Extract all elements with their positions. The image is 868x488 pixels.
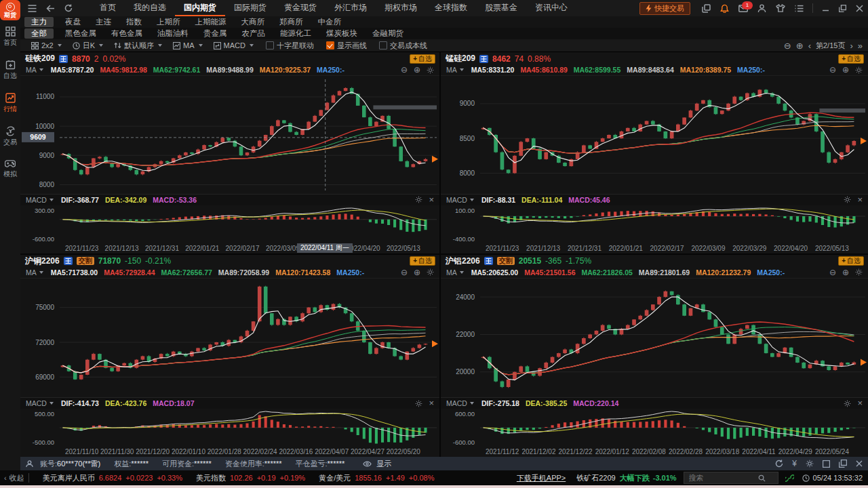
maximize-icon[interactable] [823,460,830,468]
download-app-link[interactable]: 下载手机APP> [517,473,566,483]
tab-上期所[interactable]: 上期所 [149,17,188,27]
close-icon[interactable] [856,5,863,12]
macd-indicator-select[interactable]: MACD [214,41,254,49]
orderbook-badge-icon[interactable] [59,55,68,63]
candlestick-chart[interactable]: 1100010000900080009609 [20,75,439,194]
macd-close-icon[interactable]: × [429,196,434,204]
ma-dropdown[interactable]: MA [26,66,43,74]
macd-close-icon[interactable]: × [857,399,863,407]
refresh-icon[interactable] [775,460,783,468]
sector-tab-贵金属[interactable]: 贵金属 [196,28,235,39]
tab-主力[interactable]: 主力 [24,17,54,27]
back-icon[interactable] [46,5,55,12]
period-select[interactable]: 日K [73,41,103,51]
macd-settings-icon[interactable] [844,196,851,203]
sidebar-item-自选[interactable]: 自选 [0,54,20,87]
macd-chart[interactable]: 300.00-600.00 [20,205,439,243]
zoom-in-icon[interactable]: ⊕ [842,66,849,74]
zoom-out-icon[interactable]: ⊖ [784,41,791,51]
sector-tab-黑色金属[interactable]: 黑色金属 [58,28,104,39]
add-watchlist-button[interactable]: + 自选 [838,256,864,266]
orderbook-badge-icon[interactable] [479,55,488,63]
sidebar-item-首页[interactable]: 首页 [0,20,20,54]
macd-close-icon[interactable]: × [429,399,434,407]
last-page-icon[interactable]: » [858,41,863,51]
nav-item-外汇市场[interactable]: 外汇市场 [326,0,376,16]
macd-dropdown[interactable]: MACD [26,399,54,407]
tab-上期能源[interactable]: 上期能源 [188,17,234,27]
menu-icon[interactable] [28,5,37,12]
ma-dropdown[interactable]: MA [26,268,43,277]
settings-gear-icon[interactable] [855,66,863,74]
tab-指数[interactable]: 指数 [119,17,149,27]
add-watchlist-button[interactable]: + 自选 [410,256,435,266]
candlestick-chart[interactable]: 240002200020000 [441,278,868,398]
zoom-out-icon[interactable]: ⊖ [401,268,408,277]
zoom-in-icon[interactable]: ⊕ [796,41,804,51]
currency-yen-icon[interactable]: ¥ [792,459,797,468]
sidebar-item-交易[interactable]: 交易 [0,120,20,153]
nav-item-国内期货[interactable]: 国内期货 [175,0,225,16]
tab-中金所[interactable]: 中金所 [311,17,349,27]
bell-icon[interactable] [720,4,729,13]
contract-title[interactable]: 沪铝2206 [446,256,480,267]
add-watchlist-button[interactable]: + 自选 [410,54,435,64]
checkbox-icon[interactable] [379,41,387,49]
orderbook-badge-icon[interactable] [484,257,493,265]
nav-item-我的自选[interactable]: 我的自选 [125,0,175,16]
close-icon[interactable] [856,460,863,467]
settings-gear-icon[interactable] [427,268,434,276]
macd-dropdown[interactable]: MACD [26,196,54,204]
macd-settings-icon[interactable] [415,400,422,407]
zoom-in-icon[interactable]: ⊕ [414,268,420,277]
macd-chart[interactable]: 100.00-400.00 [441,205,868,243]
macd-close-icon[interactable]: × [857,196,863,204]
macd-dropdown[interactable]: MACD [446,196,474,204]
checkbox-十字星联动[interactable]: 十字星联动 [266,41,314,51]
connection-icon[interactable] [785,474,794,482]
sector-tab-农产品[interactable]: 农产品 [235,28,273,39]
macd-chart[interactable]: 600.00-600.00 [441,409,868,447]
nav-item-首页[interactable]: 首页 [91,0,125,16]
nav-item-期权市场[interactable]: 期权市场 [376,0,426,16]
multiwindow-icon[interactable] [702,4,711,13]
zoom-in-icon[interactable]: ⊕ [842,268,849,277]
macd-dropdown[interactable]: MACD [446,399,474,407]
nav-item-资讯中心[interactable]: 资讯中心 [526,0,576,16]
contract-title[interactable]: 硅铁209 [25,53,55,64]
cascade-windows-icon[interactable] [839,460,847,468]
list-icon[interactable] [795,5,804,12]
macd-chart[interactable]: 500.00-500.00 [20,409,439,447]
macd-settings-icon[interactable] [415,196,422,203]
sector-tab-油脂油料[interactable]: 油脂油料 [150,28,196,39]
add-watchlist-button[interactable]: + 自选 [838,54,864,64]
skin-shirt-icon[interactable] [776,4,785,12]
tab-大商所[interactable]: 大商所 [234,17,273,27]
sector-tab-能源化工[interactable]: 能源化工 [273,28,319,39]
zoom-out-icon[interactable]: ⊖ [401,66,408,74]
sort-select[interactable]: 默认顺序 [114,41,162,51]
show-toggle-label[interactable]: 显示 [376,459,391,469]
tab-主连[interactable]: 主连 [88,17,119,27]
ma-dropdown[interactable]: MA [446,268,464,277]
quick-trade-button[interactable]: 快捷交易 [639,2,690,15]
checkbox-icon[interactable] [326,41,334,49]
layout-select[interactable]: 2x2 [31,41,62,49]
sidebar-item-模拟[interactable]: 模拟 [0,153,20,185]
tab-郑商所[interactable]: 郑商所 [272,17,311,27]
settings-gear-icon[interactable] [855,268,863,276]
zoom-in-icon[interactable]: ⊕ [414,66,420,74]
refresh-icon[interactable] [64,4,73,12]
sidebar-item-行情[interactable]: 行情 [0,87,20,120]
nav-item-股票基金[interactable]: 股票基金 [476,0,526,16]
settings-gear-icon[interactable] [806,460,814,468]
orderbook-badge-icon[interactable] [64,257,73,265]
search-icon[interactable] [758,474,766,482]
tab-夜盘[interactable]: 夜盘 [58,17,88,27]
restore-icon[interactable] [839,5,846,12]
zoom-out-icon[interactable]: ⊖ [829,66,836,74]
candlestick-chart[interactable]: 900085008000 [441,75,868,194]
next-page-icon[interactable]: › [850,41,852,51]
person-icon[interactable] [757,4,766,13]
app-logo[interactable]: 期货 [0,0,20,20]
